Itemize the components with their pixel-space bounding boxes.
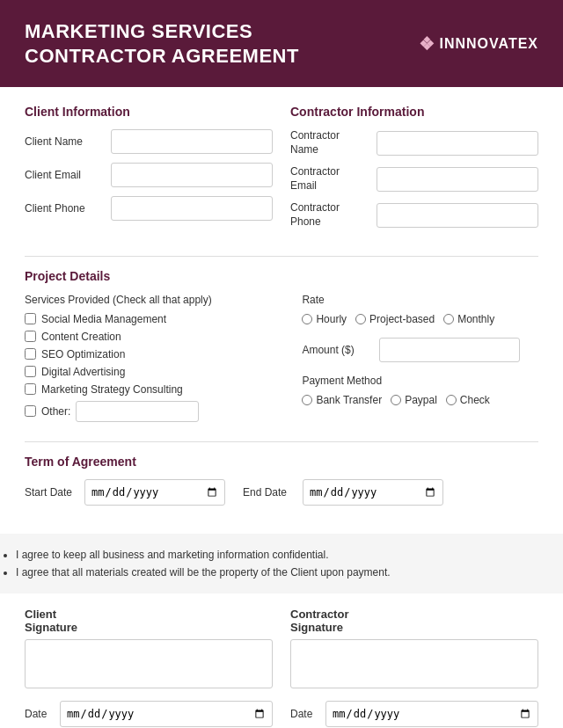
term-section: Term of Agreement Start Date End Date <box>25 455 538 506</box>
contractor-phone-input[interactable] <box>377 203 538 228</box>
payment-bank-option[interactable]: Bank Transfer <box>302 394 382 406</box>
payment-label: Payment Method <box>302 375 538 387</box>
contractor-email-label: ContractorEmail <box>290 165 369 193</box>
contractor-sig-box[interactable] <box>290 639 538 688</box>
payment-paypal-radio[interactable] <box>391 395 401 405</box>
service-marketing-strategy: Marketing Strategy Consulting <box>25 383 284 396</box>
payment-check-radio[interactable] <box>446 395 457 405</box>
service-social-media: Social Media Management <box>25 313 284 325</box>
service-content-creation-label: Content Creation <box>41 331 121 343</box>
payment-check-label: Check <box>460 394 490 406</box>
rate-hourly-radio[interactable] <box>302 314 312 324</box>
client-date-input[interactable] <box>60 701 273 727</box>
contractor-sig-col: ContractorSignature <box>290 608 538 688</box>
contractor-info-section: Contractor Information ContractorName Co… <box>290 105 538 238</box>
end-date-field: End Date <box>243 479 443 506</box>
amount-label: Amount ($) <box>302 344 372 356</box>
logo-icon: ❖ <box>419 33 435 55</box>
rate-hourly-label: Hourly <box>316 313 347 325</box>
rate-monthly-option[interactable]: Monthly <box>443 313 494 325</box>
signature-section: ClientSignature ContractorSignature Date… <box>0 593 563 728</box>
start-date-input[interactable] <box>84 479 225 506</box>
client-sig-box[interactable] <box>25 639 273 688</box>
service-other-checkbox[interactable] <box>25 405 36 417</box>
project-details-section: Project Details Services Provided (Check… <box>25 269 538 427</box>
signature-row: ClientSignature ContractorSignature <box>25 608 538 688</box>
service-seo-label: SEO Optimization <box>41 348 125 360</box>
agreement-section: I agree to keep all business and marketi… <box>0 534 563 594</box>
service-seo-checkbox[interactable] <box>25 348 36 360</box>
service-content-creation-checkbox[interactable] <box>25 331 36 342</box>
client-name-input[interactable] <box>111 129 273 154</box>
logo-text: INNNOVATEX <box>439 36 538 52</box>
service-social-media-checkbox[interactable] <box>25 313 36 324</box>
service-digital-advertising-label: Digital Advertising <box>41 366 125 378</box>
client-date-label: Date <box>25 708 53 720</box>
client-email-input[interactable] <box>111 163 273 187</box>
contractor-email-input[interactable] <box>377 167 538 192</box>
service-marketing-strategy-label: Marketing Strategy Consulting <box>41 383 183 396</box>
rate-project-option[interactable]: Project-based <box>355 313 435 325</box>
start-date-label: Start Date <box>25 486 77 499</box>
client-email-label: Client Email <box>25 169 104 181</box>
main-content: Client Information Client Name Client Em… <box>0 87 563 534</box>
client-name-row: Client Name <box>25 129 273 154</box>
amount-input[interactable] <box>379 338 520 362</box>
service-other-label: Other: <box>41 405 70 418</box>
agreement-item-1: I agree to keep all business and marketi… <box>16 546 563 564</box>
services-label: Services Provided (Check all that apply) <box>25 294 284 306</box>
start-date-field: Start Date <box>25 479 225 506</box>
rate-hourly-option[interactable]: Hourly <box>302 313 347 325</box>
rate-project-radio[interactable] <box>355 314 366 324</box>
payment-bank-label: Bank Transfer <box>316 394 382 406</box>
service-other-row: Other: <box>25 401 284 422</box>
payment-bank-radio[interactable] <box>302 395 312 405</box>
client-sig-title: ClientSignature <box>25 608 273 634</box>
rate-radio-group: Hourly Project-based Monthly <box>302 313 538 325</box>
info-section: Client Information Client Name Client Em… <box>25 105 538 238</box>
rate-label: Rate <box>302 294 538 306</box>
divider-2 <box>25 441 538 442</box>
term-row: Start Date End Date <box>25 479 538 506</box>
document-title: MARKETING SERVICES CONTRACTOR AGREEMENT <box>25 19 299 68</box>
client-name-label: Client Name <box>25 135 104 148</box>
amount-row: Amount ($) <box>302 338 538 362</box>
client-phone-row: Client Phone <box>25 196 273 221</box>
contractor-phone-label: ContractorPhone <box>290 201 369 229</box>
payment-paypal-label: Paypal <box>405 394 437 406</box>
contractor-sig-title: ContractorSignature <box>290 608 538 634</box>
payment-radio-group: Bank Transfer Paypal Check <box>302 394 538 406</box>
date-row: Date Date <box>25 701 538 727</box>
contractor-email-row: ContractorEmail <box>290 165 538 193</box>
document-page: MARKETING SERVICES CONTRACTOR AGREEMENT … <box>0 0 563 728</box>
service-seo: SEO Optimization <box>25 348 284 360</box>
end-date-input[interactable] <box>303 479 443 506</box>
contractor-date-col: Date <box>290 701 538 727</box>
end-date-label: End Date <box>243 486 296 499</box>
contractor-info-title: Contractor Information <box>290 105 538 119</box>
contractor-date-input[interactable] <box>325 701 538 727</box>
project-details-title: Project Details <box>25 269 538 283</box>
client-info-section: Client Information Client Name Client Em… <box>25 105 273 238</box>
client-phone-label: Client Phone <box>25 202 104 215</box>
payment-check-option[interactable]: Check <box>446 394 490 406</box>
contractor-name-input[interactable] <box>377 131 538 156</box>
service-other-input[interactable] <box>76 401 199 422</box>
services-col: Services Provided (Check all that apply)… <box>25 294 284 427</box>
term-title: Term of Agreement <box>25 455 538 469</box>
divider-1 <box>25 256 538 257</box>
payment-paypal-option[interactable]: Paypal <box>391 394 437 406</box>
rate-monthly-radio[interactable] <box>443 314 454 324</box>
rate-col: Rate Hourly Project-based Monthly <box>302 294 538 427</box>
client-sig-col: ClientSignature <box>25 608 273 688</box>
service-digital-advertising-checkbox[interactable] <box>25 366 36 377</box>
agreement-list: I agree to keep all business and marketi… <box>0 546 563 582</box>
header: MARKETING SERVICES CONTRACTOR AGREEMENT … <box>0 0 563 87</box>
company-logo: ❖ INNNOVATEX <box>419 33 538 55</box>
client-date-col: Date <box>25 701 273 727</box>
service-social-media-label: Social Media Management <box>41 313 166 325</box>
client-phone-input[interactable] <box>111 196 273 221</box>
rate-project-label: Project-based <box>369 313 435 325</box>
service-marketing-strategy-checkbox[interactable] <box>25 383 36 395</box>
agreement-item-2: I agree that all materials created will … <box>16 564 563 581</box>
